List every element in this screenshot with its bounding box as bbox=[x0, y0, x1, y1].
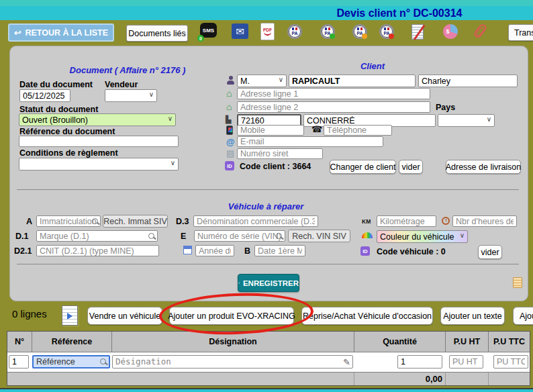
nbr-heures-input[interactable] bbox=[452, 215, 517, 227]
kilometrage-input[interactable] bbox=[377, 215, 436, 227]
attachment-icon[interactable] bbox=[473, 23, 487, 39]
changer-client-button[interactable]: Changer de client bbox=[330, 160, 396, 174]
table-header-row: N° Référence Désignation Quantité P.U HT… bbox=[7, 332, 530, 352]
row-quantite-input[interactable] bbox=[397, 355, 442, 369]
client-prenom-input[interactable] bbox=[418, 75, 518, 87]
id-badge-icon: ID bbox=[225, 161, 234, 170]
at-email-icon: @ bbox=[226, 138, 235, 146]
pa-status-orange-icon[interactable]: PA bbox=[352, 24, 367, 39]
building-icon: ▤ bbox=[226, 149, 234, 158]
adresse2-input[interactable] bbox=[237, 101, 430, 113]
top-strip bbox=[0, 0, 533, 6]
km-icon: KM bbox=[362, 218, 371, 225]
chevron-down-icon: ∨ bbox=[487, 115, 491, 123]
vin-input[interactable] bbox=[194, 230, 285, 242]
col-quantite-header: Quantité bbox=[354, 332, 446, 352]
edit-document-icon[interactable] bbox=[411, 24, 424, 40]
row-designation-input[interactable] bbox=[112, 355, 353, 369]
vendeur-label: Vendeur bbox=[105, 80, 138, 89]
code-vehicule-label: Code véhicule : 0 bbox=[377, 247, 446, 256]
label-d3: D.3 bbox=[176, 217, 189, 226]
row-puttc-input[interactable] bbox=[493, 355, 528, 369]
siret-input[interactable] bbox=[237, 148, 323, 159]
civilite-select[interactable]: M. ∨ bbox=[237, 75, 287, 87]
denomination-input[interactable] bbox=[193, 215, 318, 227]
pa-status-green-icon[interactable]: PA bbox=[320, 24, 335, 39]
conditions-label: Conditions de règlement bbox=[19, 148, 118, 158]
row-puht-input[interactable] bbox=[449, 355, 483, 369]
label-d1: D.1 bbox=[15, 232, 28, 241]
adresse1-input[interactable] bbox=[237, 88, 430, 99]
city-icon: ▙ bbox=[226, 115, 231, 124]
vider-client-button[interactable]: vider bbox=[399, 160, 423, 174]
row-reference-input[interactable] bbox=[32, 355, 110, 369]
vider-vehicule-button[interactable]: vider bbox=[478, 245, 502, 259]
note-icon[interactable] bbox=[513, 277, 522, 288]
cnit-input[interactable] bbox=[36, 245, 159, 256]
french-flag-icon bbox=[384, 28, 389, 30]
copy-lines-icon[interactable] bbox=[62, 305, 78, 326]
col-puht-header: P.U HT bbox=[446, 332, 489, 352]
pdf-icon[interactable]: PDF bbox=[260, 23, 275, 40]
client-nom-input[interactable] bbox=[289, 75, 416, 87]
orange-status-dot bbox=[362, 34, 367, 39]
search-icon[interactable] bbox=[100, 358, 106, 364]
search-icon[interactable] bbox=[276, 233, 282, 239]
pen-edit-icon[interactable]: ✎ bbox=[343, 357, 350, 367]
telephone-input[interactable] bbox=[324, 125, 392, 136]
row-num-input[interactable] bbox=[9, 355, 29, 369]
ajouter-autre-button[interactable]: Ajout bbox=[513, 307, 533, 325]
phone-icon: ☎ bbox=[311, 125, 322, 134]
mobile-input[interactable] bbox=[237, 125, 304, 136]
rech-vin-button[interactable]: Rech. VIN SIV bbox=[288, 230, 350, 242]
label-d21: D2.1 bbox=[14, 246, 32, 256]
lines-table: N° Référence Désignation Quantité P.U HT… bbox=[7, 331, 530, 386]
total-quantity-value: 0,00 bbox=[354, 373, 446, 385]
annee-input[interactable] bbox=[195, 245, 234, 256]
floppy-disk-icon bbox=[238, 279, 240, 287]
search-icon[interactable] bbox=[148, 233, 154, 239]
vendeur-select[interactable]: ∨ bbox=[105, 89, 157, 102]
back-to-list-label: RETOUR À LA LISTE bbox=[25, 28, 108, 38]
immatriculation-input[interactable] bbox=[36, 215, 101, 227]
enregistrer-button[interactable]: ENREGISTRER bbox=[238, 274, 299, 292]
back-arrow-icon: ↩ bbox=[14, 28, 21, 38]
reference-doc-input[interactable] bbox=[19, 136, 179, 147]
ajouter-texte-button[interactable]: Ajouter un texte bbox=[440, 307, 505, 325]
section-divider bbox=[17, 264, 519, 264]
linked-documents-button[interactable]: Documents liés bbox=[126, 25, 188, 42]
reprise-achat-button[interactable]: Reprise/Achat Véhicule d'occasion bbox=[301, 307, 433, 325]
couleur-select[interactable]: Couleur du véhicule ∨ bbox=[377, 230, 468, 243]
vendre-vehicule-button[interactable]: Vendre un véhicule bbox=[87, 307, 162, 325]
chevron-down-icon: ∨ bbox=[460, 232, 465, 239]
chevron-down-icon: ∨ bbox=[279, 76, 283, 83]
back-to-list-button[interactable]: ↩ RETOUR À LA LISTE bbox=[8, 23, 114, 42]
ajouter-produit-button[interactable]: Ajouter un produit EVO-XRACING bbox=[169, 307, 294, 325]
document-date-input[interactable] bbox=[19, 89, 70, 102]
search-icon[interactable] bbox=[92, 218, 98, 224]
col-reference-header: Référence bbox=[32, 332, 112, 352]
calendar-icon bbox=[183, 246, 192, 254]
rech-immat-button[interactable]: Rech. Immat SIV bbox=[103, 215, 168, 228]
col-puttc-header: P.U TTC bbox=[489, 332, 530, 352]
col-designation-header: Désignation bbox=[112, 332, 354, 352]
bottom-teal-strip bbox=[0, 389, 533, 392]
green-status-dot bbox=[330, 34, 335, 39]
home-icon: ⌂ bbox=[226, 103, 232, 111]
label-b: B bbox=[244, 246, 250, 256]
marque-input[interactable] bbox=[36, 230, 158, 242]
transfer-button[interactable]: Transf bbox=[508, 24, 533, 41]
date-premiere-mec-input[interactable] bbox=[254, 245, 305, 256]
email-icon[interactable]: ✉ bbox=[232, 23, 248, 39]
french-flag-icon bbox=[357, 28, 362, 30]
pays-select[interactable]: ∨ bbox=[438, 114, 495, 127]
statut-select[interactable]: Ouvert (Brouillon) ∨ bbox=[19, 113, 176, 126]
adresse-livraison-button[interactable]: Adresse de livraison bbox=[446, 160, 521, 174]
sms-icon[interactable]: SMS 0 bbox=[200, 23, 217, 38]
french-flag-icon bbox=[292, 28, 297, 30]
pa-status-icon[interactable]: PA bbox=[287, 24, 302, 39]
stats-pie-icon[interactable]: $ bbox=[443, 24, 458, 39]
pa-status-red-icon[interactable]: PA bbox=[379, 24, 394, 39]
conditions-select[interactable]: ∨ bbox=[19, 158, 179, 170]
email-input[interactable] bbox=[237, 136, 383, 147]
